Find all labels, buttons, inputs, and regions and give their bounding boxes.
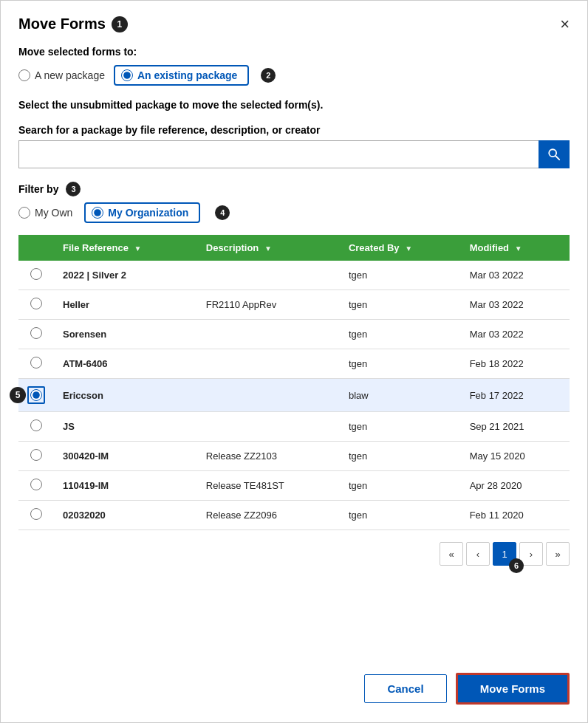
col-file-reference[interactable]: File Reference ▼: [54, 235, 197, 261]
row-file-reference: 110419-IM: [54, 471, 197, 501]
row-modified: Feb 18 2022: [461, 349, 570, 379]
row-created-by: tgen: [340, 442, 461, 471]
row-description: [197, 379, 340, 412]
row-radio-5[interactable]: [30, 419, 42, 431]
row-file-reference: Ericcson: [54, 379, 197, 412]
row-created-by: tgen: [340, 471, 461, 501]
footer-row: Cancel Move Forms: [18, 665, 570, 705]
search-icon: [547, 148, 561, 161]
current-page-wrap: 1 6: [493, 542, 516, 566]
org-badge: 4: [215, 205, 230, 220]
row-description: Release TE481ST: [197, 471, 340, 501]
row-radio-7[interactable]: [30, 479, 42, 490]
option-new-label: A new package: [35, 69, 105, 81]
filter-org-label: My Organization: [108, 207, 188, 219]
search-label: Search for a package by file reference, …: [18, 124, 570, 136]
search-input[interactable]: [18, 140, 539, 168]
row-file-reference: JS: [54, 412, 197, 442]
search-button[interactable]: [539, 140, 570, 168]
row-modified: Sep 21 2021: [461, 412, 570, 442]
page-badge: 6: [509, 558, 524, 573]
filter-badge: 3: [66, 182, 81, 196]
row-created-by: tgen: [340, 261, 461, 290]
existing-badge: 2: [261, 68, 276, 83]
row-modified: Mar 03 2022: [461, 320, 570, 349]
first-page-button[interactable]: «: [440, 542, 463, 566]
filter-my-own[interactable]: My Own: [18, 207, 72, 219]
table-row: 300420-IMRelease ZZ2103tgenMay 15 2020: [18, 442, 570, 471]
row-description: [197, 261, 340, 290]
row-radio-1[interactable]: [30, 298, 42, 309]
sort-icon-created: ▼: [405, 244, 412, 253]
radio-my-org[interactable]: [92, 207, 103, 219]
row-modified: May 15 2020: [461, 442, 570, 471]
row-select-cell[interactable]: [18, 501, 54, 530]
table-row: HellerFR2110 AppRevtgenMar 03 2022: [18, 290, 570, 320]
col-created-by[interactable]: Created By ▼: [340, 235, 461, 261]
svg-line-1: [555, 156, 559, 160]
row5-badge: 5: [10, 387, 26, 403]
row-created-by: tgen: [340, 349, 461, 379]
row-created-by: blaw: [340, 379, 461, 412]
row-radio-2[interactable]: [30, 327, 42, 339]
row-radio-0[interactable]: [30, 268, 42, 280]
row-select-cell[interactable]: [18, 349, 54, 379]
option-existing-package[interactable]: An existing package: [114, 65, 249, 86]
radio-new-package[interactable]: [18, 69, 30, 81]
row-file-reference: 2022 | Silver 2: [54, 261, 197, 290]
col-select: [18, 235, 54, 261]
filter-my-org[interactable]: My Organization: [84, 202, 200, 223]
table-row: 110419-IMRelease TE481STtgenApr 28 2020: [18, 471, 570, 501]
row-file-reference: ATM-6406: [54, 349, 197, 379]
option-new-package[interactable]: A new package: [18, 69, 105, 81]
filter-options: My Own My Organization 4: [18, 202, 570, 223]
row-select-cell[interactable]: [18, 412, 54, 442]
row-select-cell[interactable]: [18, 290, 54, 320]
row-description: FR2110 AppRev: [197, 290, 340, 320]
table-row: 5EriccsonblawFeb 17 2022: [18, 379, 570, 412]
row-file-reference: 02032020: [54, 501, 197, 530]
prev-page-button[interactable]: ‹: [466, 542, 490, 566]
row-modified: Mar 03 2022: [461, 290, 570, 320]
radio-my-own[interactable]: [18, 207, 30, 219]
row-modified: Mar 03 2022: [461, 261, 570, 290]
row-select-cell[interactable]: [18, 442, 54, 471]
pagination-row: « ‹ 1 6 › »: [18, 542, 570, 566]
row-modified: Feb 17 2022: [461, 379, 570, 412]
sort-icon-desc: ▼: [264, 244, 272, 253]
modal-title: Move Forms: [18, 16, 106, 32]
row-select-cell[interactable]: [18, 261, 54, 290]
radio-existing-package[interactable]: [121, 69, 133, 81]
row-select-cell[interactable]: [18, 471, 54, 501]
row-file-reference: 300420-IM: [54, 442, 197, 471]
table-row: 2022 | Silver 2tgenMar 03 2022: [18, 261, 570, 290]
filter-label-row: Filter by 3: [18, 182, 570, 196]
row-select-cell[interactable]: 5: [18, 379, 54, 412]
row-file-reference: Heller: [54, 290, 197, 320]
last-page-button[interactable]: »: [546, 542, 570, 566]
row-created-by: tgen: [340, 290, 461, 320]
row-radio-6[interactable]: [30, 449, 42, 461]
row-modified: Apr 28 2020: [461, 471, 570, 501]
row-description: Release ZZ2103: [197, 442, 340, 471]
row-radio-3[interactable]: [30, 357, 42, 369]
row-file-reference: Sorensen: [54, 320, 197, 349]
cancel-button[interactable]: Cancel: [364, 674, 446, 703]
row-radio-8[interactable]: [30, 508, 42, 520]
table-header: File Reference ▼ Description ▼ Created B…: [18, 235, 570, 261]
close-button[interactable]: ×: [560, 16, 570, 32]
col-description[interactable]: Description ▼: [197, 235, 340, 261]
row-created-by: tgen: [340, 412, 461, 442]
row-created-by: tgen: [340, 501, 461, 530]
row-description: [197, 320, 340, 349]
search-row: [18, 140, 570, 168]
row-select-cell[interactable]: [18, 320, 54, 349]
col-modified[interactable]: Modified ▼: [461, 235, 570, 261]
search-section: Search for a package by file reference, …: [18, 124, 570, 182]
sort-icon-file: ▼: [134, 244, 142, 253]
table-body: 2022 | Silver 2tgenMar 03 2022HellerFR21…: [18, 261, 570, 530]
table-row: SorensentgenMar 03 2022: [18, 320, 570, 349]
option-existing-label: An existing package: [137, 69, 237, 81]
move-forms-button[interactable]: Move Forms: [456, 673, 570, 705]
row-radio-4[interactable]: [30, 389, 42, 401]
